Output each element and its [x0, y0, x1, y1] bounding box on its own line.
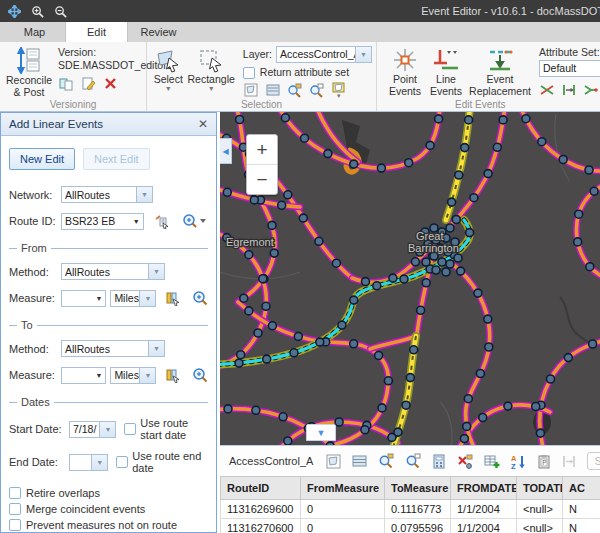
return-attribute-set-checkbox[interactable] — [243, 67, 255, 79]
attribute-table-icon[interactable] — [352, 453, 367, 470]
sort-az-icon[interactable]: AZ — [511, 453, 526, 470]
end-date-input[interactable]: ▼ — [69, 454, 108, 471]
col-tomeasure[interactable]: ToMeasure — [385, 477, 451, 500]
map-zoom-in-button[interactable]: + — [247, 135, 277, 164]
app-window: Event Editor - v10.6.1 - docMassDOT Map … — [0, 0, 600, 533]
delete-selected-icon[interactable] — [457, 453, 473, 470]
end-date-label: End Date: — [9, 456, 65, 468]
to-zoom-icon[interactable] — [192, 366, 208, 384]
col-todate[interactable]: TODATE — [517, 477, 563, 500]
merge-events-icon[interactable] — [583, 82, 599, 98]
map-canvas[interactable]: Egremont Great Barrington ◀ + − ▼ — [220, 112, 600, 445]
select-features-icon[interactable] — [243, 82, 259, 98]
from-zoom-icon[interactable] — [192, 289, 208, 307]
to-method-label: Method: — [9, 343, 57, 355]
col-access[interactable]: AC — [563, 477, 600, 500]
tab-map[interactable]: Map — [4, 22, 65, 42]
collapse-table-arrow-icon[interactable]: ▼ — [306, 424, 336, 441]
from-pick-measure-icon[interactable] — [164, 289, 180, 307]
retire-overlaps-checkbox[interactable] — [9, 487, 21, 499]
to-units-combo[interactable]: Miles ▼ — [110, 367, 156, 384]
select-tool-button[interactable]: Select ▾ — [151, 46, 186, 99]
save-button[interactable]: S — [587, 452, 600, 470]
map-zoom-control: + − — [246, 134, 278, 195]
network-arrow-icon[interactable]: ▼ — [136, 187, 152, 202]
end-date-arrow-icon[interactable]: ▼ — [91, 455, 107, 470]
close-icon[interactable]: ✕ — [198, 117, 208, 131]
add-record-icon[interactable] — [484, 453, 500, 470]
next-edit-button[interactable]: Next Edit — [83, 148, 150, 170]
zoom-to-selection-icon[interactable] — [287, 82, 303, 98]
collapse-panel-arrow-icon[interactable]: ◀ — [220, 138, 232, 164]
attribute-table: RouteID FromMeasure ToMeasure FROMDATE T… — [220, 476, 600, 533]
zoom-out-icon[interactable] — [53, 4, 67, 18]
route-id-combo[interactable]: BSR23 EB ▼ — [61, 213, 144, 230]
to-measure-arrow-icon[interactable]: ▼ — [92, 372, 105, 379]
attribute-set-combo[interactable]: Default ▼ — [539, 60, 600, 77]
network-combo[interactable]: AllRoutes ▼ — [61, 186, 153, 203]
prevent-measures-checkbox[interactable] — [9, 519, 21, 531]
new-edit-button[interactable]: New Edit — [9, 148, 75, 170]
cell: 0.1116773 — [385, 500, 451, 519]
tab-review[interactable]: Review — [128, 22, 189, 42]
from-units-combo[interactable]: Miles ▼ — [110, 290, 156, 307]
zoom-to-route-icon[interactable] — [182, 212, 208, 230]
table-header-row: RouteID FromMeasure ToMeasure FROMDATE T… — [221, 477, 600, 500]
col-fromdate[interactable]: FROMDATE — [451, 477, 517, 500]
select-features-icon[interactable] — [326, 453, 341, 470]
point-events-icon — [392, 47, 418, 73]
delete-version-icon[interactable] — [102, 75, 118, 91]
to-measure-combo[interactable]: ▼ — [61, 367, 106, 384]
to-method-combo[interactable]: AllRoutes ▼ — [61, 340, 165, 357]
selection-list-icon[interactable] — [265, 82, 281, 98]
svg-text:Z: Z — [511, 461, 516, 469]
from-measure-combo[interactable]: ▼ — [61, 290, 106, 307]
reconcile-icon[interactable] — [58, 75, 74, 91]
attribute-set-label: Attribute Set: — [539, 46, 600, 59]
spacing-tool-icon[interactable] — [562, 453, 576, 470]
zoom-in-icon[interactable] — [30, 4, 44, 18]
start-date-arrow-icon[interactable]: ▼ — [99, 422, 115, 437]
point-events-button[interactable]: Point Events — [385, 46, 425, 99]
layer-combo-arrow-icon[interactable]: ▼ — [355, 47, 371, 62]
reconcile-post-button[interactable]: Reconcile & Post — [4, 46, 54, 99]
new-version-icon[interactable] — [80, 75, 96, 91]
use-route-end-date-checkbox[interactable] — [116, 456, 128, 468]
versioning-group-label: Versioning — [0, 99, 146, 110]
from-measure-arrow-icon[interactable]: ▼ — [92, 295, 105, 302]
select-caret-icon: ▾ — [166, 85, 170, 93]
selectable-layers-icon[interactable]: ▾ — [331, 82, 347, 98]
to-units-arrow-icon[interactable]: ▼ — [139, 368, 155, 383]
rectangle-tool-button[interactable]: Rectangle ▾ — [186, 46, 237, 99]
to-method-arrow-icon[interactable]: ▼ — [148, 341, 164, 356]
reconcile-post-icon — [16, 47, 43, 74]
col-routeid[interactable]: RouteID — [221, 477, 301, 500]
pan-icon[interactable] — [7, 4, 21, 18]
event-replacement-button[interactable]: Event Replacement — [467, 46, 533, 99]
start-date-input[interactable]: 7/18/ ▼ — [69, 421, 116, 438]
prevent-measures-label: Prevent measures not on route — [26, 519, 177, 531]
calculator-icon[interactable] — [432, 453, 446, 470]
table-row[interactable]: 11316270600 0 0.0795596 1/1/2004 <null> … — [221, 519, 600, 533]
line-events-button[interactable]: Line Events — [425, 46, 467, 99]
to-pick-measure-icon[interactable] — [164, 366, 180, 384]
col-frommeasure[interactable]: FromMeasure — [301, 477, 385, 500]
from-method-value: AllRoutes — [62, 266, 148, 278]
split-event-icon[interactable] — [539, 82, 555, 98]
from-method-arrow-icon[interactable]: ▼ — [148, 264, 164, 279]
select-route-on-map-icon[interactable] — [154, 212, 170, 230]
pan-to-selection-icon[interactable] — [309, 82, 325, 98]
table-row[interactable]: 11316269600 0 0.1116773 1/1/2004 <null> … — [221, 500, 600, 519]
tab-edit[interactable]: Edit — [65, 22, 128, 42]
pan-to-selected-icon[interactable] — [405, 453, 421, 470]
measure-gap-icon[interactable] — [561, 82, 577, 98]
layer-combo[interactable]: AccessControl_A ▼ — [276, 46, 372, 63]
route-id-arrow-icon[interactable]: ▼ — [130, 218, 143, 225]
from-units-arrow-icon[interactable]: ▼ — [139, 291, 155, 306]
zoom-to-selected-icon[interactable] — [378, 453, 394, 470]
from-method-combo[interactable]: AllRoutes ▼ — [61, 263, 165, 280]
map-zoom-out-button[interactable]: − — [247, 164, 277, 194]
use-route-start-date-checkbox[interactable] — [124, 423, 136, 435]
paste-attributes-icon[interactable]: P — [537, 453, 551, 470]
merge-coincident-events-checkbox[interactable] — [9, 503, 21, 515]
